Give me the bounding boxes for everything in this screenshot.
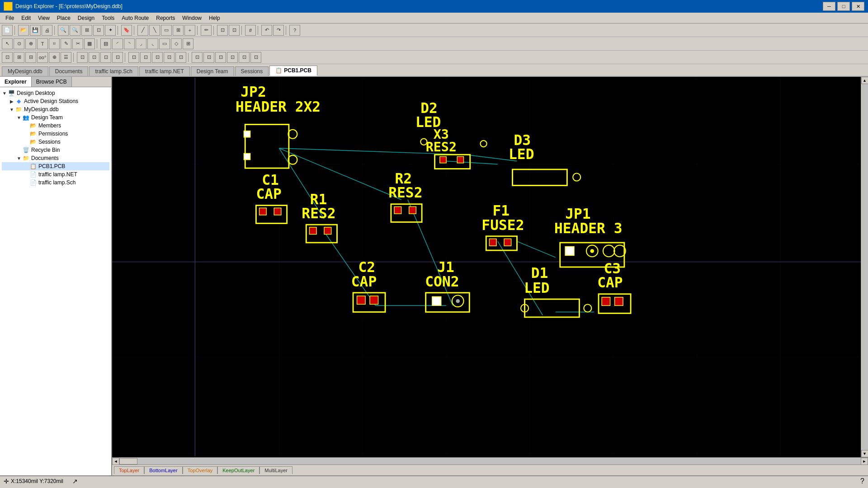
tb-select-rect[interactable]: ▭ xyxy=(161,25,172,36)
tab-designteam[interactable]: Design Team xyxy=(191,66,234,76)
expand-mydesign[interactable]: ▼ xyxy=(9,107,14,112)
tb3-21[interactable]: ⊡ xyxy=(250,52,261,63)
tb2-arc4[interactable]: ◟ xyxy=(147,38,158,49)
tb2-arc2[interactable]: ◝ xyxy=(124,38,135,49)
tb-search[interactable]: 🔍 xyxy=(58,25,69,36)
menu-tools[interactable]: Tools xyxy=(98,14,118,22)
tb3-12[interactable]: ⊡ xyxy=(140,52,151,63)
expand-designteam[interactable]: ▼ xyxy=(16,115,22,120)
tb-wire[interactable]: ╱ xyxy=(137,25,148,36)
tb-zoom-in[interactable]: 🔍 xyxy=(70,25,80,36)
tb2-circle[interactable]: ⊙ xyxy=(14,38,24,49)
tab-sessions[interactable]: Sessions xyxy=(235,66,269,76)
horizontal-scrollbar[interactable]: ◄ ► xyxy=(112,457,868,465)
tb2-pointer[interactable]: ↖ xyxy=(2,38,13,49)
tb3-10[interactable]: ⊡ xyxy=(112,52,123,63)
tb-highlighter[interactable]: ✏ xyxy=(201,25,212,36)
scroll-right-button[interactable]: ► xyxy=(861,458,868,465)
tb-zoom-fit[interactable]: ⊡ xyxy=(93,25,104,36)
explorer-tab-browse[interactable]: Browse PCB xyxy=(32,77,72,87)
tb-grid[interactable]: # xyxy=(245,25,256,36)
tree-item-mydesign[interactable]: ▼ 📁 MyDesign.ddb xyxy=(2,105,109,113)
tb2-via[interactable]: ⊕ xyxy=(25,38,36,49)
tb-bus[interactable]: ╲ xyxy=(149,25,160,36)
expand-documents[interactable]: ▼ xyxy=(16,155,22,161)
tb-zoom-2[interactable]: ✦ xyxy=(105,25,116,36)
scroll-down-button[interactable]: ▼ xyxy=(861,450,868,457)
tb3-9[interactable]: ⊡ xyxy=(100,52,111,63)
tab-trafficnet[interactable]: traffic lamp.NET xyxy=(139,66,190,76)
tb-save[interactable]: 💾 xyxy=(30,25,41,36)
tb-print[interactable]: 🖨 xyxy=(42,25,52,36)
menu-view[interactable]: View xyxy=(34,14,53,22)
scroll-up-button[interactable]: ▲ xyxy=(861,77,868,84)
tb3-3[interactable]: ⊟ xyxy=(25,52,36,63)
tree-item-permissions[interactable]: 📂 Permissions xyxy=(2,130,109,138)
scroll-track-v[interactable] xyxy=(862,84,868,450)
tb2-poly[interactable]: ◇ xyxy=(171,38,182,49)
tb2-comp[interactable]: ⊞ xyxy=(183,38,193,49)
tb-comp1[interactable]: ⊡ xyxy=(217,25,228,36)
tb2-dim[interactable]: ⌗ xyxy=(49,38,60,49)
tb3-20[interactable]: ⊡ xyxy=(239,52,250,63)
tb3-8[interactable]: ⊡ xyxy=(89,52,99,63)
tab-trafficsch[interactable]: traffic lamp.Sch xyxy=(89,66,138,76)
tb-select-all[interactable]: ⊞ xyxy=(173,25,184,36)
layer-tab-toplayer[interactable]: TopLayer xyxy=(114,466,144,474)
tb-open[interactable]: 📂 xyxy=(18,25,29,36)
tb3-1[interactable]: ⊡ xyxy=(2,52,13,63)
menu-file[interactable]: File xyxy=(2,14,18,22)
scroll-thumb-h[interactable] xyxy=(119,458,137,465)
pcb-canvas[interactable]: JP2 HEADER 2X2 D2 LED xyxy=(112,77,861,457)
expand-activestations[interactable]: ▶ xyxy=(9,99,14,104)
tree-item-sessions[interactable]: 📂 Sessions xyxy=(2,138,109,146)
menu-design[interactable]: Design xyxy=(74,14,98,22)
tb-undo[interactable]: ↶ xyxy=(261,25,272,36)
tb2-edit[interactable]: ✎ xyxy=(61,38,71,49)
tb2-array[interactable]: ▤ xyxy=(100,38,111,49)
tab-mydesign[interactable]: MyDesign.ddb xyxy=(2,66,48,76)
tb-help[interactable]: ? xyxy=(289,25,300,36)
tb3-14[interactable]: ⊡ xyxy=(164,52,175,63)
tb-redo[interactable]: ↷ xyxy=(273,25,284,36)
tree-item-members[interactable]: 📂 Members xyxy=(2,122,109,130)
tb2-rect[interactable]: ▭ xyxy=(159,38,170,49)
tb-paste[interactable]: + xyxy=(184,25,195,36)
tb-comp2[interactable]: ⊡ xyxy=(229,25,240,36)
menu-autoroute[interactable]: Auto Route xyxy=(118,14,152,22)
tb3-2[interactable]: ⊞ xyxy=(14,52,24,63)
expand-pcb1[interactable] xyxy=(24,164,29,169)
expand-members[interactable] xyxy=(24,123,29,128)
tb2-text[interactable]: T xyxy=(37,38,48,49)
expand-desktop[interactable]: ▼ xyxy=(2,90,7,96)
close-button[interactable]: ✕ xyxy=(852,2,864,11)
expand-permissions[interactable] xyxy=(24,131,29,136)
tree-item-pcb1[interactable]: 📋 PCB1.PCB xyxy=(2,162,109,170)
menu-place[interactable]: Place xyxy=(53,14,74,22)
layer-tab-multilayer[interactable]: MultiLayer xyxy=(259,466,292,474)
tab-documents[interactable]: Documents xyxy=(49,66,89,76)
expand-trafficsch[interactable] xyxy=(24,180,29,185)
tree-item-trafficnet[interactable]: 📄 traffic lamp.NET xyxy=(2,170,109,178)
tb2-arc3[interactable]: ◞ xyxy=(136,38,146,49)
maximize-button[interactable]: □ xyxy=(837,2,850,11)
minimize-button[interactable]: ─ xyxy=(823,2,835,11)
tb3-19[interactable]: ⊡ xyxy=(227,52,238,63)
menu-reports[interactable]: Reports xyxy=(152,14,179,22)
tree-item-trafficsch[interactable]: 📄 traffic lamp.Sch xyxy=(2,178,109,187)
tb3-15[interactable]: ⊡ xyxy=(175,52,186,63)
tab-pcb1[interactable]: 📋PCB1.PCB xyxy=(269,66,317,76)
tree-item-recyclebin[interactable]: 🗑️ Recycle Bin xyxy=(2,146,109,154)
tb3-17[interactable]: ⊡ xyxy=(203,52,214,63)
tb3-7[interactable]: ⊡ xyxy=(77,52,88,63)
tb3-5[interactable]: ⊕ xyxy=(49,52,60,63)
tb3-6[interactable]: ☰ xyxy=(61,52,71,63)
tb3-16[interactable]: ⊡ xyxy=(192,52,203,63)
tb2-cut[interactable]: ✂ xyxy=(72,38,83,49)
menu-edit[interactable]: Edit xyxy=(18,14,34,22)
tb2-arc1[interactable]: ◜ xyxy=(112,38,123,49)
layer-tab-topoverlay[interactable]: TopOverlay xyxy=(183,466,218,474)
tb3-18[interactable]: ⊡ xyxy=(215,52,226,63)
tree-item-designteam[interactable]: ▼ 👥 Design Team xyxy=(2,113,109,122)
tree-item-activestations[interactable]: ▶ ◆ Active Design Stations xyxy=(2,97,109,105)
